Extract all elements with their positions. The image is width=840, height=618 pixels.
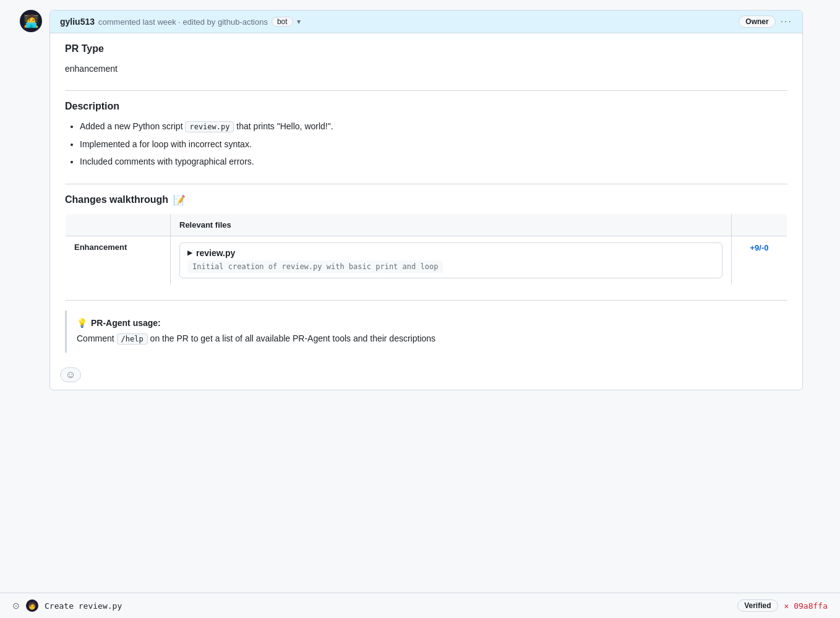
pr-type-value: enhancement [65, 62, 787, 75]
verified-badge: Verified [737, 599, 778, 612]
diff-cell: +9/-0 [732, 236, 787, 285]
commit-info-left: ⊙ 🧑 Create review.py [12, 599, 122, 612]
owner-badge: Owner [739, 15, 775, 28]
walkthrough-table: Relevant files Enhancement ▶ [65, 213, 787, 285]
git-commit-icon: ⊙ [12, 601, 20, 611]
bot-badge: bot [272, 17, 293, 27]
pr-agent-title: 💡 PR-Agent usage: [77, 318, 778, 328]
description-section: Description Added a new Python script re… [65, 101, 787, 168]
commit-hash: ✕ 09a8ffa [784, 601, 828, 611]
changes-walkthrough-section: Changes walkthrough 📝 Relevant files [65, 194, 787, 285]
avatar: 🧑‍💻 [20, 10, 42, 32]
pr-agent-block: 💡 PR-Agent usage: Comment /help on the P… [65, 311, 787, 353]
pr-type-title: PR Type [65, 43, 787, 54]
row-file-info: ▶ review.py Initial creation of review.p… [171, 236, 732, 285]
help-command-code: /help [117, 333, 148, 345]
reaction-row: ☺ [50, 363, 802, 390]
file-name-text: review.py [196, 248, 235, 258]
expand-icon[interactable]: ▶ [187, 249, 192, 256]
more-options-button[interactable]: ··· [781, 16, 792, 27]
row-type-label: Enhancement [66, 236, 171, 285]
comment-body: PR Type enhancement Description Added a … [50, 33, 802, 363]
walkthrough-emoji: 📝 [173, 194, 186, 206]
file-name-row: ▶ review.py [187, 248, 714, 258]
pr-agent-title-text: PR-Agent usage: [91, 318, 161, 328]
file-entry: ▶ review.py Initial creation of review.p… [179, 242, 722, 278]
commit-description: Initial creation of review.py with basic… [187, 260, 443, 273]
bottom-bar: ⊙ 🧑 Create review.py Verified ✕ 09a8ffa [0, 593, 840, 618]
col-header-diff [732, 213, 787, 236]
comment-meta: commented last week · edited by github-a… [98, 17, 268, 27]
pr-type-section: PR Type enhancement [65, 43, 787, 75]
walkthrough-title-text: Changes walkthrough [65, 194, 168, 205]
divider-1 [65, 90, 787, 91]
col-header-files: Relevant files [171, 213, 732, 236]
commit-message: Create review.py [45, 601, 122, 611]
table-row: Enhancement ▶ review.py Initial cre [66, 236, 787, 285]
divider-3 [65, 300, 787, 301]
list-item: Added a new Python script review.py that… [80, 119, 787, 133]
inline-code-review: review.py [185, 121, 234, 132]
pr-agent-description: Comment /help on the PR to get a list of… [77, 332, 778, 345]
description-title: Description [65, 101, 787, 112]
comment-header: gyliu513 commented last week · edited by… [50, 11, 802, 33]
list-item: Included comments with typographical err… [80, 155, 787, 168]
commit-info-right: Verified ✕ 09a8ffa [737, 599, 828, 612]
smiley-icon: ☺ [66, 369, 75, 380]
commit-avatar: 🧑 [26, 599, 38, 612]
col-header-type [66, 213, 171, 236]
pr-agent-emoji: 💡 [77, 318, 87, 328]
diff-link[interactable]: +9/-0 [750, 243, 769, 252]
file-commit-msg: Initial creation of review.py with basic… [187, 260, 714, 273]
description-list: Added a new Python script review.py that… [65, 119, 787, 168]
emoji-reaction-button[interactable]: ☺ [60, 367, 81, 382]
dropdown-icon[interactable]: ▾ [297, 17, 301, 26]
list-item: Implemented a for loop with incorrect sy… [80, 137, 787, 151]
comment-username[interactable]: gyliu513 [60, 17, 95, 27]
divider-2 [65, 184, 787, 184]
